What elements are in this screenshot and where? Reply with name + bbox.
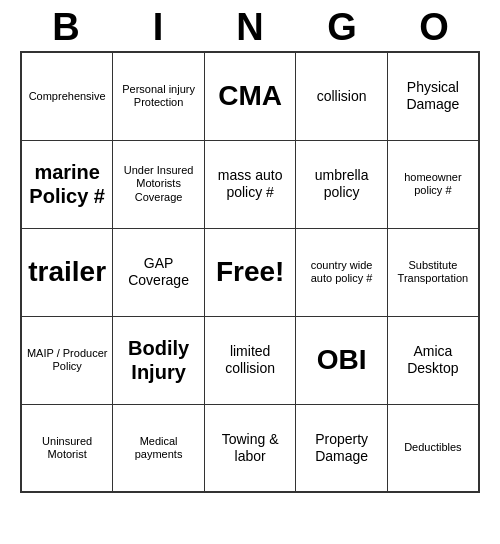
bingo-cell: Under Insured Motorists Coverage (113, 140, 204, 228)
bingo-cell: Towing & labor (204, 404, 296, 492)
letter-i: I (116, 6, 200, 49)
bingo-cell: homeowner policy # (387, 140, 479, 228)
bingo-grid: ComprehensivePersonal injury ProtectionC… (20, 51, 480, 493)
bingo-cell: GAP Coverage (113, 228, 204, 316)
bingo-cell: Property Damage (296, 404, 387, 492)
bingo-cell: country wide auto policy # (296, 228, 387, 316)
bingo-cell: Free! (204, 228, 296, 316)
letter-b: B (24, 6, 108, 49)
bingo-cell: trailer (21, 228, 113, 316)
letter-g: G (300, 6, 384, 49)
bingo-cell: CMA (204, 52, 296, 140)
bingo-cell: Personal injury Protection (113, 52, 204, 140)
bingo-cell: limited collision (204, 316, 296, 404)
bingo-cell: Substitute Transportation (387, 228, 479, 316)
bingo-cell: OBI (296, 316, 387, 404)
bingo-cell: Deductibles (387, 404, 479, 492)
bingo-cell: Medical payments (113, 404, 204, 492)
bingo-title: B I N G O (20, 0, 480, 51)
bingo-cell: Amica Desktop (387, 316, 479, 404)
bingo-cell: Physical Damage (387, 52, 479, 140)
bingo-cell: MAIP / Producer Policy (21, 316, 113, 404)
bingo-cell: umbrella policy (296, 140, 387, 228)
bingo-cell: mass auto policy # (204, 140, 296, 228)
bingo-cell: Comprehensive (21, 52, 113, 140)
letter-n: N (208, 6, 292, 49)
bingo-cell: Bodily Injury (113, 316, 204, 404)
bingo-cell: marine Policy # (21, 140, 113, 228)
bingo-cell: collision (296, 52, 387, 140)
letter-o: O (392, 6, 476, 49)
bingo-cell: Uninsured Motorist (21, 404, 113, 492)
